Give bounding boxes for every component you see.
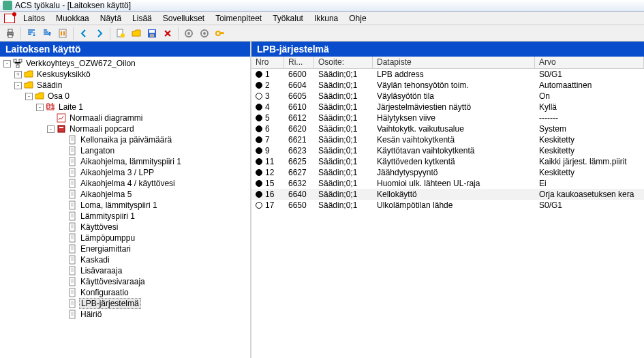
grid-row[interactable]: 66620Säädin;0;1Vaihtokytk. vaikutusalueS… [251,123,644,134]
cell-ri: 6610 [284,102,314,112]
tree-leaf[interactable]: Lämmityspiiri 1 [0,211,250,222]
document-icon[interactable] [4,14,15,23]
tree-node[interactable]: + Keskusyksikkö [0,69,250,80]
col-ri[interactable]: Ri... [284,57,314,68]
grid-row[interactable]: 156632Säädin;0;1Huomioi ulk. lähteen UL-… [251,178,644,189]
tree-root[interactable]: - Verkkoyhteys_OZW672_Oilon [0,58,250,69]
tree-leaf[interactable]: LPB-järjestelmä [0,298,250,309]
menu-muokkaa[interactable]: Muokkaa [50,12,95,25]
cell-arvo: Kyllä [535,102,644,112]
tree-leaf[interactable]: Konfiguraatio [0,287,250,298]
menu-laitos[interactable]: Laitos [18,12,50,25]
cell-datapiste: Vaihtokytk. vaikutusalue [373,124,535,134]
status-dot-icon [256,169,262,176]
expand-icon[interactable]: - [47,125,55,133]
grid-row[interactable]: 126627Säädin;0;1JäähdytyspyyntöKeskitett… [251,167,644,178]
cell-osoite: Säädin;0;1 [314,124,373,134]
key-button[interactable] [213,27,228,40]
menu-lisaa[interactable]: Lisää [127,12,157,25]
tree-node[interactable]: - 01 Laite 1 [0,102,250,113]
tree-leaf[interactable]: Energiamittari [0,243,250,254]
open-button[interactable] [129,27,144,40]
grid-row[interactable]: 16600Säädin;0;1LPB addressS0/G1 [251,69,644,80]
cell-datapiste: LPB address [373,70,535,79]
print-button[interactable] [3,27,18,40]
grid-row[interactable]: 96623Säädin;0;1Käyttötavan vaihtokytkent… [251,145,644,156]
tree-node[interactable]: - Osa 0 [0,91,250,102]
menu-sovellukset[interactable]: Sovellukset [157,12,210,25]
tree-leaf[interactable]: Aikaohjelma 5 [0,189,250,200]
tree-leaf[interactable]: Langaton [0,145,250,156]
grid-row[interactable]: 36605Säädin;0;1Väyläsyötön tilaOn [251,91,644,102]
back-button[interactable] [76,27,91,40]
menu-toimenpiteet[interactable]: Toimenpiteet [210,12,267,25]
menu-ikkuna[interactable]: Ikkuna [309,12,343,25]
expand-icon[interactable]: - [14,82,22,89]
tree-node[interactable]: - Normaali popcard [0,123,250,134]
grid-row[interactable]: 116625Säädin;0;1Käyttöveden kytkentäKaik… [251,156,644,167]
toggle-button[interactable] [55,27,70,40]
cell-osoite: Säädin;0;1 [314,91,373,101]
grid-body[interactable]: 16600Säädin;0;1LPB addressS0/G126604Sääd… [251,69,644,358]
save-button[interactable] [144,27,159,40]
cell-ri: 6605 [284,91,314,101]
expand-icon[interactable]: - [3,60,11,68]
tree-leaf[interactable]: Aikaohjelma 4 / käyttövesi [0,178,250,189]
popcard-icon [57,124,66,134]
tree-leaf[interactable]: Kellonaika ja päivämäärä [0,134,250,145]
expand-icon[interactable]: - [25,93,33,100]
grid-row[interactable]: 176650Säädin;0;1Ulkolämpötilan lähdeS0/G… [251,200,644,211]
tree-leaf[interactable]: Lämpöpumppu [0,233,250,243]
new-page-button[interactable] [113,27,128,40]
tree-leaf[interactable]: Käyttövesi [0,222,250,233]
cell-datapiste: Kesän vaihtokytkentä [373,135,535,145]
menu-nayta[interactable]: Näytä [95,12,127,25]
grid-row[interactable]: 56612Säädin;0;1Hälytyksen viive------- [251,113,644,123]
expand-icon[interactable]: - [36,104,44,111]
col-osoite[interactable]: Osoite: [314,57,373,68]
tree-node[interactable]: - Säädin [0,80,250,91]
right-pane-title: LPB-järjestelmä [251,42,644,57]
cell-datapiste: Ulkolämpötilan lähde [373,200,535,210]
grid-row[interactable]: 46610Säädin;0;1Järjestelmäviestien näytt… [251,102,644,113]
expand-icon[interactable]: + [14,71,22,78]
settings-button-1[interactable] [181,27,196,40]
menu-ohje[interactable]: Ohje [343,12,371,25]
delete-button[interactable] [160,27,175,40]
tree-leaf[interactable]: Kaskadi [0,254,250,265]
col-nro[interactable]: Nro [251,57,284,68]
tree-leaf[interactable]: Käyttövesivaraaja [0,276,250,287]
tree-leaf[interactable]: Lisävaraaja [0,265,250,276]
tree-label: Lisävaraaja [79,266,123,275]
expand-icon [58,180,65,188]
expand-icon [58,224,65,231]
tree-leaf[interactable]: Aikaohjelma, lämmityspiiri 1 [0,156,250,167]
forward-button[interactable] [92,27,107,40]
folder-icon [24,70,33,79]
tree-node[interactable]: Normaali diagrammi [0,113,250,123]
grid-row[interactable]: 166640Säädin;0;1KellokäyttöOrja kaukoase… [251,189,644,200]
grid-row[interactable]: 76621Säädin;0;1Kesän vaihtokytkentäKeski… [251,134,644,145]
tree-label: Keskusyksikkö [35,70,92,79]
tree-leaf[interactable]: Aikaohjelma 3 / LPP [0,167,250,178]
cell-nro: 5 [251,113,284,123]
settings-button-2[interactable] [197,27,212,40]
page-icon [67,146,77,155]
sort-button-1[interactable] [24,27,39,40]
expand-icon [58,278,65,286]
tree-leaf[interactable]: Häiriö [0,309,250,320]
page-icon [67,200,77,210]
app-icon [3,1,12,10]
tree-view[interactable]: - Verkkoyhteys_OZW672_Oilon + Keskusyksi… [0,57,250,358]
page-icon [67,266,77,275]
grid-row[interactable]: 26604Säädin;0;1Väylän tehonsyötön toim.A… [251,80,644,91]
cell-arvo: S0/G1 [535,200,644,210]
col-datapiste[interactable]: Datapiste [373,57,535,68]
sort-button-2[interactable] [40,27,55,40]
tree-leaf[interactable]: Loma, lämmityspiiri 1 [0,200,250,211]
folder-icon [24,80,33,90]
col-arvo[interactable]: Arvo [535,57,644,68]
menu-tyokalut[interactable]: Työkalut [267,12,309,25]
cell-nro: 17 [251,200,284,210]
svg-rect-26 [70,179,75,188]
